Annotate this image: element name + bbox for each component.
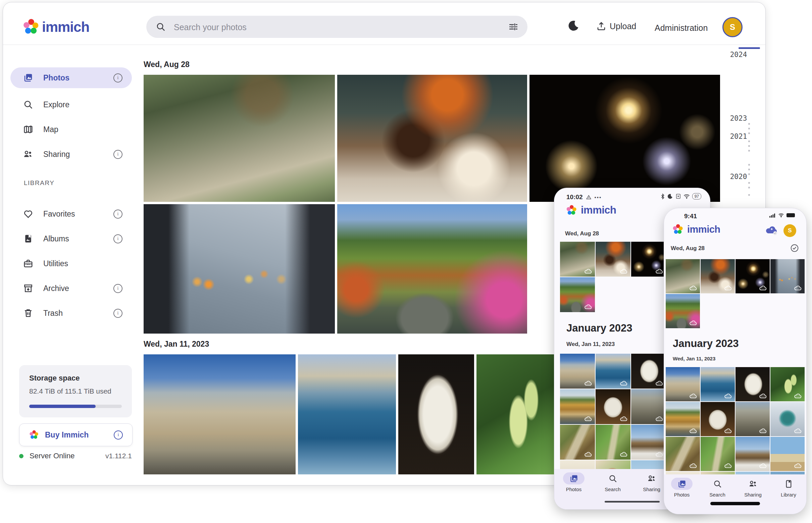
sidebar-item-explore[interactable]: Explore <box>11 94 132 115</box>
tab-search[interactable]: Search <box>699 478 735 498</box>
photo-dinner[interactable] <box>337 75 527 202</box>
photo-hands[interactable] <box>144 204 335 333</box>
timeline-tick <box>748 145 750 147</box>
timeline-year-2024[interactable]: 2024 <box>728 51 749 59</box>
cloud-backup-icon <box>584 304 592 309</box>
photo-coast[interactable] <box>595 354 630 389</box>
sidebar-item-utilities[interactable]: Utilities <box>11 253 132 274</box>
cloud-backup-icon <box>794 463 802 468</box>
battery-icon <box>787 213 795 217</box>
photo-ruins[interactable] <box>736 402 770 436</box>
photo-beach[interactable] <box>771 437 805 471</box>
photo-autumn[interactable] <box>666 294 700 328</box>
buy-immich-button[interactable]: Buy Immich <box>19 423 133 446</box>
photo-lizard2[interactable] <box>701 437 735 471</box>
search-filters-icon[interactable] <box>508 21 519 32</box>
photo-church[interactable] <box>736 437 770 471</box>
storage-space-card: Storage space 82.4 TiB of 115.1 TiB used <box>19 365 132 417</box>
photo-dinner[interactable] <box>701 259 735 293</box>
photo-fireworks[interactable] <box>631 242 666 276</box>
sidebar-item-photos[interactable]: Photos <box>11 67 132 88</box>
photo-ruins[interactable] <box>631 389 666 424</box>
photo-hands[interactable] <box>771 259 805 293</box>
sidebar-item-albums[interactable]: Albums <box>11 228 132 249</box>
tab-sharing[interactable]: Sharing <box>735 478 771 498</box>
date-group-header: Wed, Aug 28 <box>144 60 190 69</box>
photo-cliff[interactable] <box>666 402 700 436</box>
photo-lizard1[interactable] <box>666 437 700 471</box>
sidebar-label: Photos <box>43 73 114 83</box>
cloud-backup-icon <box>620 268 628 274</box>
timeline-tick <box>748 150 750 151</box>
sidebar-label: Archive <box>43 284 114 293</box>
cloud-backup-icon <box>759 428 767 433</box>
immich-logo-icon <box>29 430 39 440</box>
photo-lizard1[interactable] <box>560 425 595 459</box>
photo-sculpture[interactable] <box>398 354 474 474</box>
photo-dinner[interactable] <box>595 242 630 276</box>
photo-fireworks[interactable] <box>530 75 720 202</box>
select-all-icon[interactable] <box>790 244 799 252</box>
info-icon[interactable] <box>114 234 122 244</box>
tab-search[interactable]: Search <box>593 472 632 492</box>
user-avatar[interactable]: S <box>722 17 743 37</box>
cloud-backup-icon <box>655 416 663 421</box>
user-avatar[interactable]: S <box>783 224 796 237</box>
sidebar-item-map[interactable]: Map <box>11 119 132 140</box>
immich-wordmark: immich <box>687 224 720 235</box>
photo-cliff[interactable] <box>560 389 595 424</box>
photo-fortress[interactable] <box>560 354 595 389</box>
photo-church[interactable] <box>631 425 666 459</box>
photo-autumn[interactable] <box>337 204 527 333</box>
info-icon[interactable] <box>114 210 122 219</box>
photo-zoo[interactable] <box>666 259 700 293</box>
info-icon[interactable] <box>114 73 122 83</box>
status-bar-right: 97 <box>660 193 701 199</box>
photo-zoo[interactable] <box>560 242 595 276</box>
photo-zoo[interactable] <box>144 75 335 202</box>
photo-plant[interactable] <box>771 367 805 401</box>
photo-rock[interactable] <box>701 402 735 436</box>
search-input[interactable] <box>173 20 477 34</box>
cloud-backup-icon <box>620 380 628 386</box>
sidebar-item-trash[interactable]: Trash <box>11 303 132 324</box>
info-icon[interactable] <box>114 284 122 293</box>
photo-rock[interactable] <box>595 389 630 424</box>
timeline-year-2023[interactable]: 2023 <box>728 114 749 122</box>
photo-fortress[interactable] <box>666 367 700 401</box>
tab-photos[interactable]: Photos <box>664 478 699 498</box>
timeline-year-2021[interactable]: 2021 <box>728 132 749 141</box>
photo-lizard2[interactable] <box>595 425 630 459</box>
cloud-backup-icon <box>724 428 732 433</box>
photo-autumn[interactable] <box>560 277 595 312</box>
timeline-year-2020[interactable]: 2020 <box>728 173 749 181</box>
tab-photos[interactable]: Photos <box>554 472 593 492</box>
photo-tree[interactable] <box>771 402 805 436</box>
photo-fireworks[interactable] <box>736 259 770 293</box>
photo-plant[interactable] <box>477 354 557 474</box>
info-icon[interactable] <box>114 431 123 439</box>
administration-link[interactable]: Administration <box>655 23 708 33</box>
photo-sculpture[interactable] <box>631 354 666 389</box>
backup-icon <box>586 195 591 200</box>
gesture-bar[interactable] <box>710 502 760 505</box>
photo-fortress[interactable] <box>144 354 296 474</box>
photo-coast[interactable] <box>298 354 396 474</box>
buy-immich-label: Buy Immich <box>45 431 114 439</box>
cloud-sync-icon[interactable] <box>766 225 778 235</box>
sidebar-item-archive[interactable]: Archive <box>11 278 132 299</box>
gesture-bar[interactable] <box>605 501 660 503</box>
photo-sculpture[interactable] <box>736 367 770 401</box>
info-icon[interactable] <box>114 309 122 318</box>
tab-library[interactable]: Library <box>771 478 806 498</box>
photo-grid <box>666 367 805 478</box>
info-icon[interactable] <box>114 150 122 159</box>
photo-coast[interactable] <box>701 367 735 401</box>
dark-mode-toggle-icon[interactable] <box>568 20 580 31</box>
search-bar[interactable] <box>146 16 528 38</box>
upload-button[interactable]: Upload <box>596 21 636 31</box>
sidebar-item-sharing[interactable]: Sharing <box>11 144 132 165</box>
app-logo: immich <box>672 223 720 235</box>
wifi-icon <box>778 213 784 218</box>
sidebar-item-favorites[interactable]: Favorites <box>11 203 132 224</box>
